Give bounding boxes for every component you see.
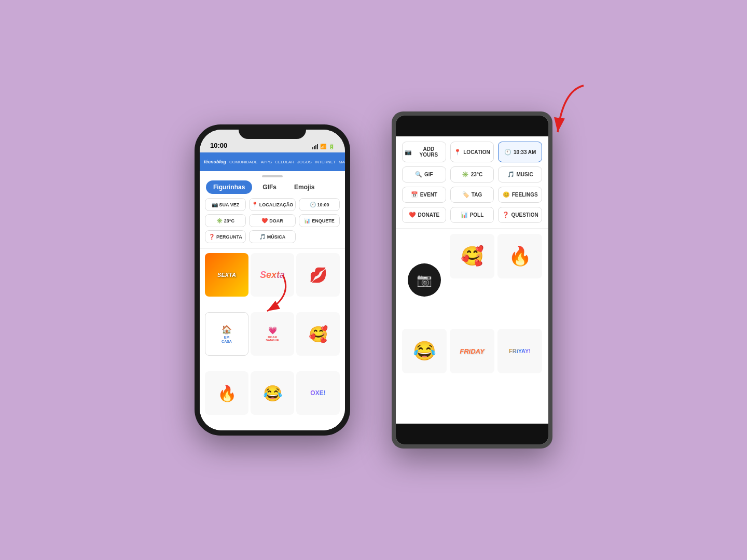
tab-figurinhas[interactable]: Figurinhas bbox=[206, 180, 252, 194]
android-sticker-friyay[interactable]: FRiYAY! bbox=[497, 329, 542, 373]
heart-face-emoji: 🥰 bbox=[309, 325, 328, 343]
btn-pergunta[interactable]: ❓ PERGUNTA bbox=[205, 230, 246, 243]
doar-sangue-text: DOARSANGUE bbox=[266, 335, 279, 342]
feelings-icon-a: 😊 bbox=[503, 191, 510, 198]
android-btn-question[interactable]: ❓ QUESTION bbox=[498, 207, 542, 223]
iphone-sticker-panel: Figurinhas GIFs Emojis 📷 SUA VEZ 📍 LOCAL… bbox=[200, 171, 345, 430]
clock-icon: 🕙 bbox=[310, 202, 316, 207]
location-icon: 📍 bbox=[252, 202, 258, 207]
sticker-sexta-2[interactable]: Sexta bbox=[251, 253, 294, 297]
friyay-text: FRiYAY! bbox=[509, 348, 531, 354]
location-icon-a: 📍 bbox=[454, 149, 461, 156]
android-btn-music[interactable]: 🎵 MUSIC bbox=[498, 166, 542, 183]
btn-time[interactable]: 🕙 10:00 bbox=[299, 198, 340, 211]
android-sticker-laugh[interactable]: 😂 bbox=[402, 329, 447, 373]
btn-time-label: 10:00 bbox=[317, 202, 329, 207]
em-casa-icon: 🏠 bbox=[222, 325, 232, 334]
donate-icon-a: ❤️ bbox=[409, 212, 416, 218]
tag-icon-a: 🏷️ bbox=[462, 191, 469, 198]
iphone-browser-bar: técnoblog COMUNIDADE APPS CELULAR JOGOS … bbox=[200, 152, 345, 171]
sticker-fire[interactable]: 🔥 bbox=[205, 371, 248, 415]
android-btn-time[interactable]: 🕙 10:33 AM bbox=[498, 142, 542, 162]
android-btn-add-yours[interactable]: 📷 ADD YOURS bbox=[402, 142, 446, 162]
music-icon: 🎵 bbox=[259, 234, 266, 240]
android-btn-gif[interactable]: 🔍 GIF bbox=[402, 166, 446, 183]
sticker-sexta-text: SEXTA bbox=[217, 272, 236, 278]
android-btn-tag[interactable]: 🏷️ TAG bbox=[450, 187, 494, 203]
android-sticker-divider bbox=[396, 228, 548, 229]
android-btn-temp[interactable]: ✳️ 23°C bbox=[450, 166, 494, 183]
android-btn-question-label: QUESTION bbox=[511, 212, 538, 218]
question-icon: ❓ bbox=[209, 234, 215, 240]
search-icon-a: 🔍 bbox=[415, 171, 422, 178]
browser-nav-internet: INTERNET bbox=[315, 160, 336, 164]
btn-localizacao[interactable]: 📍 LOCALIZAÇÃO bbox=[249, 198, 296, 211]
clock-icon-a: 🕙 bbox=[504, 149, 511, 156]
tab-emojis[interactable]: Emojis bbox=[287, 180, 322, 194]
poll-icon: 📊 bbox=[304, 218, 310, 223]
btn-enquete-label: ENQUETE bbox=[312, 218, 335, 223]
android-btn-poll[interactable]: 📊 POLL bbox=[450, 207, 494, 223]
android-screen: 📷 ADD YOURS 📍 LOCATION 🕙 10:33 AM 🔍 GIF bbox=[396, 116, 548, 444]
android-sticker-grid: 📷 🥰 🔥 😂 FRiDAY FRiYAY! bbox=[396, 231, 548, 424]
iphone-screen: 10:00 📶 🔋 técnoblog COMUNIDADE APPS bbox=[200, 130, 345, 430]
laugh-emoji: 😂 bbox=[263, 384, 282, 402]
android-btn-location[interactable]: 📍 LOCATION bbox=[450, 142, 494, 162]
sticker-mouth[interactable]: 💋 bbox=[296, 253, 340, 297]
iphone-device: 10:00 📶 🔋 técnoblog COMUNIDADE APPS bbox=[195, 124, 350, 436]
browser-nav-jogos: JOGOS bbox=[297, 160, 312, 164]
android-bottom-bar bbox=[396, 424, 548, 444]
sticker-sexta-1[interactable]: SEXTA bbox=[205, 253, 248, 297]
android-btn-event-label: EVENT bbox=[420, 192, 437, 198]
btn-musica-label: MÚSICA bbox=[267, 234, 286, 240]
sticker-tabs: Figurinhas GIFs Emojis bbox=[200, 180, 345, 198]
event-icon-a: 📅 bbox=[411, 191, 418, 198]
poll-icon-a: 📊 bbox=[461, 212, 468, 218]
android-btn-add-yours-label: ADD YOURS bbox=[414, 146, 444, 158]
btn-sua-vez-label: SUA VEZ bbox=[219, 202, 240, 207]
wifi-icon: 📶 bbox=[320, 144, 326, 149]
android-sticker-photo[interactable]: 📷 bbox=[408, 263, 441, 297]
browser-nav-apps: APPS bbox=[261, 160, 272, 164]
question-icon-a: ❓ bbox=[502, 212, 509, 218]
android-buttons-grid: 📷 ADD YOURS 📍 LOCATION 🕙 10:33 AM 🔍 GIF bbox=[396, 136, 548, 226]
android-btn-gif-label: GIF bbox=[424, 172, 433, 177]
android-btn-event[interactable]: 📅 EVENT bbox=[402, 187, 446, 203]
btn-sua-vez[interactable]: 📷 SUA VEZ bbox=[205, 198, 246, 211]
android-btn-poll-label: POLL bbox=[470, 212, 484, 218]
android-btn-donate-label: DONATE bbox=[418, 212, 439, 218]
camera-icon: 📷 bbox=[212, 202, 218, 207]
btn-enquete[interactable]: 📊 ENQUETE bbox=[299, 214, 340, 227]
android-device: 📷 ADD YOURS 📍 LOCATION 🕙 10:33 AM 🔍 GIF bbox=[392, 111, 552, 449]
btn-localizacao-label: LOCALIZAÇÃO bbox=[259, 202, 294, 207]
android-sticker-friday[interactable]: FRiDAY bbox=[450, 329, 494, 373]
laugh2-emoji: 😂 bbox=[413, 340, 436, 362]
btn-temp-label: 23°C bbox=[224, 218, 234, 223]
tab-gifs[interactable]: GIFs bbox=[255, 180, 284, 194]
android-top-bar bbox=[396, 116, 548, 136]
sticker-sexta-2-text: Sexta bbox=[260, 270, 285, 281]
sticker-divider bbox=[200, 248, 345, 249]
sticker-oxe[interactable]: OXE! bbox=[296, 371, 340, 415]
btn-doar-label: DOAR bbox=[269, 218, 283, 223]
sun-icon-a: ✳️ bbox=[462, 171, 469, 178]
btn-doar[interactable]: ❤️ DOAR bbox=[249, 214, 296, 227]
sticker-doar-sangue[interactable]: 💗 DOARSANGUE bbox=[251, 312, 294, 356]
android-sticker-heart2[interactable]: 🥰 bbox=[450, 234, 494, 278]
android-sticker-fire[interactable]: 🔥 bbox=[497, 234, 542, 278]
android-sticker-panel: 📷 ADD YOURS 📍 LOCATION 🕙 10:33 AM 🔍 GIF bbox=[396, 136, 548, 424]
sticker-heart-face[interactable]: 🥰 bbox=[296, 312, 340, 356]
btn-temp[interactable]: ✳️ 23°C bbox=[205, 214, 246, 227]
android-btn-temp-label: 23°C bbox=[471, 172, 482, 177]
iphone-time: 10:00 bbox=[210, 142, 227, 149]
sticker-em-casa[interactable]: 🏠 EMCASA bbox=[205, 312, 248, 356]
android-btn-feelings[interactable]: 😊 FEELINGS bbox=[498, 187, 542, 203]
iphone-notch bbox=[239, 124, 306, 139]
music-icon-a: 🎵 bbox=[507, 171, 515, 178]
android-btn-time-label: 10:33 AM bbox=[514, 149, 536, 155]
android-btn-donate[interactable]: ❤️ DONATE bbox=[402, 207, 446, 223]
btn-musica[interactable]: 🎵 MÚSICA bbox=[249, 230, 296, 243]
doar-icon: 💗 bbox=[268, 326, 277, 334]
sticker-laugh[interactable]: 😂 bbox=[251, 371, 294, 415]
heart2-emoji: 🥰 bbox=[461, 245, 484, 267]
